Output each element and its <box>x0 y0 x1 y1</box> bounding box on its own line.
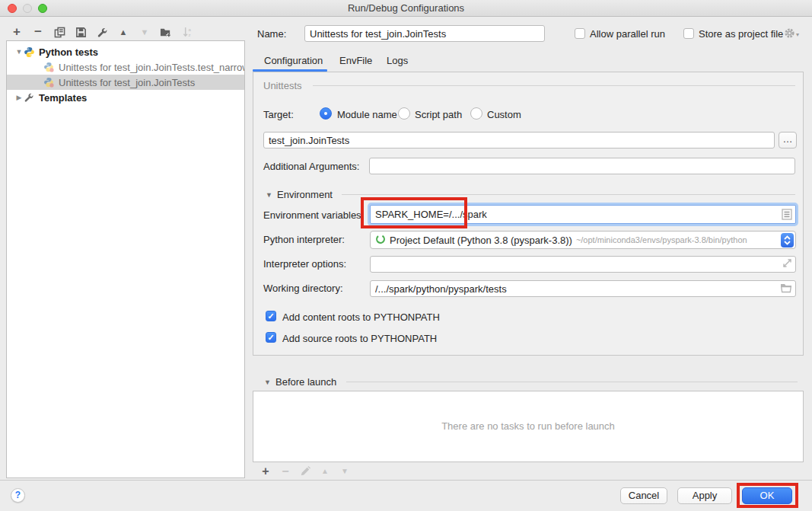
tree-item-unittests-narrow[interactable]: Unittests for test_join.JoinTests.test_n… <box>7 59 244 75</box>
before-launch-task-list: There are no tasks to run before launch <box>253 391 804 462</box>
svg-text:z: z <box>188 32 190 37</box>
store-options-gear-button[interactable]: ▾ <box>784 27 799 41</box>
apply-button[interactable]: Apply <box>677 487 732 504</box>
help-button[interactable]: ? <box>11 488 25 503</box>
check-icon: ✓ <box>267 311 274 321</box>
configuration-form-panel: Unittests Target: Module name Script pat… <box>253 72 804 356</box>
store-as-project-file-checkbox[interactable] <box>683 28 694 39</box>
collapse-before-launch-icon[interactable]: ▼ <box>264 378 271 386</box>
interpreter-options-label: Interpreter options: <box>263 258 346 270</box>
sort-configurations-button[interactable]: az <box>181 26 193 38</box>
move-task-down-button[interactable]: ▼ <box>339 465 351 477</box>
tree-item-label: Templates <box>39 92 87 104</box>
check-icon: ✓ <box>267 333 274 343</box>
environment-variables-value: SPARK_HOME=/.../spark <box>375 209 487 220</box>
move-up-button[interactable]: ▲ <box>117 26 129 38</box>
tree-item-unittests-jointests[interactable]: Unittests for test_join.JoinTests <box>7 75 244 90</box>
ok-button[interactable]: OK <box>742 487 792 504</box>
tree-item-label: Unittests for test_join.JoinTests.test_n… <box>59 62 244 73</box>
unittests-group-title: Unittests <box>263 80 302 91</box>
working-directory-label: Working directory: <box>263 283 343 294</box>
name-label: Name: <box>257 28 286 40</box>
tree-item-label: Unittests for test_join.JoinTests <box>59 77 195 88</box>
move-down-button[interactable]: ▼ <box>139 26 151 38</box>
svg-text:a: a <box>188 27 191 32</box>
footer-divider <box>0 480 812 481</box>
before-launch-title: Before launch <box>275 376 336 388</box>
copy-configuration-button[interactable] <box>53 26 65 38</box>
target-script-path-label: Script path <box>415 109 462 120</box>
gear-icon <box>784 27 795 41</box>
python-interpreter-label: Python interpreter: <box>263 234 345 245</box>
folder-icon[interactable] <box>780 283 792 295</box>
chevron-down-icon: ▾ <box>796 31 799 38</box>
add-source-roots-label: Add source roots to PYTHONPATH <box>282 333 437 344</box>
python-interpreter-value: Project Default (Python 3.8 (pyspark-3.8… <box>390 235 572 246</box>
python-interpreter-path: ~/opt/miniconda3/envs/pyspark-3.8/bin/py… <box>576 235 747 244</box>
browse-module-button[interactable]: … <box>779 132 797 149</box>
run-debug-configurations-dialog: Run/Debug Configurations + − ▲ ▼ az ▼ <box>0 0 812 511</box>
move-task-up-button[interactable]: ▲ <box>319 465 331 477</box>
window-title: Run/Debug Configurations <box>0 2 812 14</box>
chevron-right-icon[interactable]: ▶ <box>14 94 24 101</box>
target-module-name-label: Module name <box>337 109 397 120</box>
name-input[interactable] <box>304 25 545 42</box>
add-content-roots-checkbox[interactable]: ✓ <box>266 311 276 321</box>
module-name-input[interactable] <box>263 132 775 149</box>
python-test-icon <box>43 77 55 88</box>
group-divider <box>313 85 795 86</box>
configurations-toolbar: + − ▲ ▼ az <box>11 25 193 39</box>
wrench-icon <box>24 92 35 104</box>
working-directory-input[interactable] <box>370 280 796 297</box>
python-interpreter-select[interactable]: Project Default (Python 3.8 (pyspark-3.8… <box>370 231 796 249</box>
new-folder-button[interactable] <box>160 26 172 38</box>
before-launch-empty-text: There are no tasks to run before launch <box>253 420 803 432</box>
edit-variables-icon[interactable] <box>782 209 792 222</box>
add-configuration-button[interactable]: + <box>11 26 23 38</box>
configurations-tree: ▼ Python tests Unittests for test_join.J… <box>6 40 245 478</box>
interpreter-options-input[interactable] <box>370 256 796 273</box>
tree-item-label: Python tests <box>39 46 98 58</box>
target-module-name-radio[interactable] <box>320 107 332 120</box>
group-divider <box>342 194 795 195</box>
allow-parallel-run-checkbox[interactable] <box>575 28 585 39</box>
target-custom-radio[interactable] <box>470 107 482 120</box>
target-custom-label: Custom <box>487 109 521 120</box>
target-label: Target: <box>263 109 294 120</box>
cancel-button[interactable]: Cancel <box>620 487 667 504</box>
python-icon <box>24 46 35 58</box>
environment-section-title: Environment <box>277 189 333 200</box>
tab-configuration[interactable]: Configuration <box>264 55 323 66</box>
tree-item-templates[interactable]: ▶ Templates <box>7 90 244 105</box>
titlebar: Run/Debug Configurations <box>0 0 812 17</box>
tab-logs[interactable]: Logs <box>387 55 408 66</box>
add-task-button[interactable]: + <box>260 465 272 477</box>
edit-task-button[interactable] <box>299 465 311 477</box>
add-content-roots-label: Add content roots to PYTHONPATH <box>282 311 440 323</box>
collapse-environment-icon[interactable]: ▼ <box>266 191 272 199</box>
store-as-project-file-label: Store as project file <box>699 28 783 40</box>
additional-arguments-label: Additional Arguments: <box>263 161 359 172</box>
target-script-path-radio[interactable] <box>398 107 410 120</box>
save-configuration-button[interactable] <box>75 26 87 38</box>
remove-configuration-button[interactable]: − <box>32 26 44 38</box>
tree-item-python-tests[interactable]: ▼ Python tests <box>7 44 244 59</box>
environment-variables-label: Environment variables: <box>263 209 364 221</box>
group-divider <box>346 382 798 382</box>
add-source-roots-checkbox[interactable]: ✓ <box>266 332 276 343</box>
tab-envfile[interactable]: EnvFile <box>339 55 372 66</box>
environment-variables-input[interactable]: SPARK_HOME=/.../spark <box>370 205 796 224</box>
expand-editor-icon[interactable] <box>782 258 792 270</box>
additional-arguments-input[interactable] <box>369 158 795 174</box>
before-launch-toolbar: + − ▲ ▼ <box>260 465 351 477</box>
edit-templates-button[interactable] <box>96 26 108 38</box>
conda-env-icon <box>375 234 386 247</box>
remove-task-button[interactable]: − <box>279 465 291 477</box>
allow-parallel-run-label: Allow parallel run <box>590 28 665 40</box>
chevron-down-icon[interactable]: ▼ <box>14 48 24 56</box>
select-stepper-icon[interactable] <box>781 233 794 248</box>
python-test-icon <box>43 62 55 73</box>
